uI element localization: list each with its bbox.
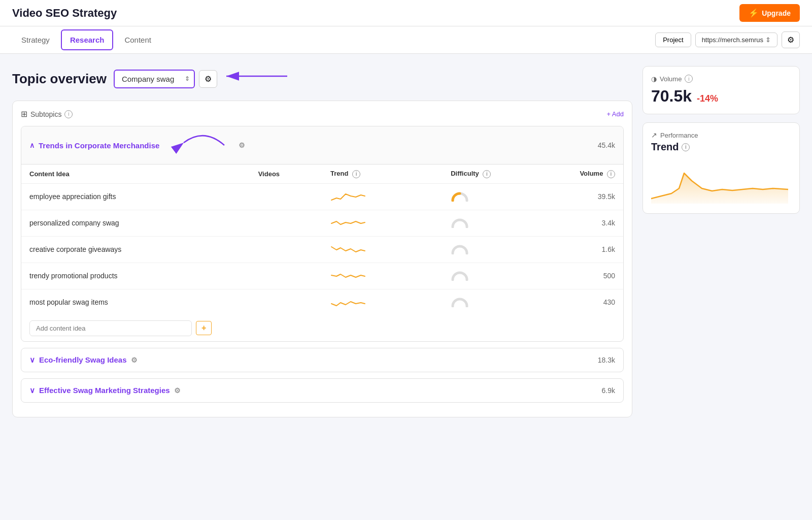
difficulty-cell xyxy=(443,210,551,236)
tab-strategy[interactable]: Strategy xyxy=(12,26,59,53)
chevron-up-icon[interactable]: ∧ xyxy=(29,141,35,149)
perf-trend-info-icon[interactable]: i xyxy=(682,143,690,151)
subtopics-label: ⊞ Subtopics i xyxy=(21,109,73,119)
videos-cell xyxy=(250,289,322,315)
collapsed-group-header-marketing[interactable]: ∨ Effective Swag Marketing Strategies ⚙ … xyxy=(21,379,623,402)
trend-sparkline xyxy=(330,295,366,309)
arrow-annotation xyxy=(221,66,302,91)
trend-info-icon[interactable]: i xyxy=(352,170,360,178)
topic-group-swag-marketing: ∨ Effective Swag Marketing Strategies ⚙ … xyxy=(21,378,624,403)
volume-values: 70.5k -14% xyxy=(651,87,791,106)
volume-cell: 430 xyxy=(551,289,623,315)
trend-cell xyxy=(322,263,443,289)
main-content: Topic overview Company swag ⚙ xyxy=(0,54,812,430)
topic-overview-header: Topic overview Company swag ⚙ xyxy=(12,66,632,91)
eco-group-volume: 18.3k xyxy=(598,356,615,364)
collapsed-group-header-eco[interactable]: ∨ Eco-friendly Swag Ideas ⚙ 18.3k xyxy=(21,348,623,372)
chevron-down-icon: ∨ xyxy=(29,355,35,365)
table-row: most popular swag items xyxy=(21,289,623,315)
topic-dropdown: Company swag ⚙ xyxy=(114,66,302,91)
add-idea-row: + xyxy=(21,315,623,341)
videos-cell xyxy=(250,263,322,289)
project-button[interactable]: Project xyxy=(655,32,691,47)
table-row: trendy promotional products xyxy=(21,263,623,289)
gear-arrow-annotation xyxy=(163,133,234,158)
trend-cell xyxy=(322,289,443,315)
nav-right: Project https://merch.semrus ⇕ ⚙ xyxy=(655,31,800,48)
difficulty-arc xyxy=(451,243,469,254)
topic-overview-title: Topic overview xyxy=(12,71,107,87)
content-idea-cell: trendy promotional products xyxy=(21,263,250,289)
performance-trend-title: Trend i xyxy=(651,141,791,153)
col-header-trend: Trend i xyxy=(322,165,443,183)
nav-tabs: Strategy Research Content xyxy=(12,26,160,53)
group-gear-icon[interactable]: ⚙ xyxy=(239,141,245,149)
add-subtopic-button[interactable]: + Add xyxy=(606,110,624,118)
topic-group-eco-swag: ∨ Eco-friendly Swag Ideas ⚙ 18.3k xyxy=(21,348,624,372)
subtopics-section: ⊞ Subtopics i + Add ∧ Trends in Corporat… xyxy=(12,101,632,417)
videos-cell xyxy=(250,210,322,236)
bolt-icon: ⚡ xyxy=(749,8,759,18)
table-row: creative corporate giveaways xyxy=(21,236,623,263)
top-bar: Video SEO Strategy ⚡ Upgrade xyxy=(0,0,812,26)
trend-cell xyxy=(322,183,443,210)
videos-cell xyxy=(250,236,322,263)
eco-group-gear-icon[interactable]: ⚙ xyxy=(131,356,138,364)
videos-cell xyxy=(250,183,322,210)
table-header-row: Content Idea Videos Trend i Difficulty i xyxy=(21,165,623,183)
trend-sparkline xyxy=(330,215,366,230)
volume-cell: 1.6k xyxy=(551,236,623,263)
difficulty-cell xyxy=(443,236,551,263)
topic-group-corporate-merch: ∧ Trends in Corporate Merchandise ⚙ xyxy=(21,126,624,342)
trend-sparkline xyxy=(330,268,366,282)
performance-trend-card: ↗ Performance Trend i xyxy=(642,122,800,214)
difficulty-cell xyxy=(443,263,551,289)
add-idea-plus-button[interactable]: + xyxy=(196,321,212,335)
pie-chart-icon: ◑ xyxy=(651,75,657,83)
table-row: personalized company swag xyxy=(21,210,623,236)
volume-change: -14% xyxy=(697,93,718,104)
trend-up-icon: ↗ xyxy=(651,131,657,139)
subtopics-info-icon[interactable]: i xyxy=(64,110,73,118)
topic-gear-button[interactable]: ⚙ xyxy=(199,70,217,88)
nav-gear-button[interactable]: ⚙ xyxy=(782,31,800,48)
tab-research[interactable]: Research xyxy=(61,29,114,50)
left-panel: Topic overview Company swag ⚙ xyxy=(12,66,632,417)
content-idea-cell: personalized company swag xyxy=(21,210,250,236)
content-idea-cell: most popular swag items xyxy=(21,289,250,315)
volume-card: ◑ Volume i 70.5k -14% xyxy=(642,66,800,114)
col-header-volume: Volume i xyxy=(551,165,623,183)
tab-content[interactable]: Content xyxy=(115,26,160,53)
subtopics-header: ⊞ Subtopics i + Add xyxy=(21,109,624,119)
col-header-idea: Content Idea xyxy=(21,165,250,183)
trend-cell xyxy=(322,236,443,263)
topic-group-header-corporate-merch: ∧ Trends in Corporate Merchandise ⚙ xyxy=(21,126,623,165)
page-title: Video SEO Strategy xyxy=(12,7,117,20)
add-idea-input[interactable] xyxy=(29,320,192,336)
upgrade-button[interactable]: ⚡ Upgrade xyxy=(739,4,800,22)
project-url-selector[interactable]: https://merch.semrus ⇕ xyxy=(695,32,777,47)
marketing-group-volume: 6.9k xyxy=(602,386,615,395)
trend-sparkline xyxy=(330,189,366,203)
collapsed-group-title-eco: ∨ Eco-friendly Swag Ideas ⚙ xyxy=(29,355,138,365)
volume-info-icon[interactable]: i xyxy=(685,75,693,83)
volume-value: 70.5k xyxy=(651,87,692,106)
performance-trend-chart xyxy=(651,158,788,204)
vol-info-icon[interactable]: i xyxy=(607,170,615,178)
nav-bar: Strategy Research Content Project https:… xyxy=(0,26,812,54)
difficulty-cell xyxy=(443,183,551,210)
volume-card-title: ◑ Volume i xyxy=(651,75,791,83)
marketing-group-gear-icon[interactable]: ⚙ xyxy=(174,386,181,395)
subtopics-icon: ⊞ xyxy=(21,109,27,119)
collapsed-group-title-marketing: ∨ Effective Swag Marketing Strategies ⚙ xyxy=(29,386,181,395)
volume-cell: 39.5k xyxy=(551,183,623,210)
diff-info-icon[interactable]: i xyxy=(483,170,491,178)
table-row: employee appreciation gifts xyxy=(21,183,623,210)
performance-card-header: ↗ Performance xyxy=(651,131,791,139)
topic-select[interactable]: Company swag xyxy=(114,70,195,88)
volume-cell: 3.4k xyxy=(551,210,623,236)
content-idea-cell: creative corporate giveaways xyxy=(21,236,250,263)
trend-cell xyxy=(322,210,443,236)
col-header-difficulty: Difficulty i xyxy=(443,165,551,183)
right-panel: ◑ Volume i 70.5k -14% ↗ Performance Tren… xyxy=(642,66,800,417)
